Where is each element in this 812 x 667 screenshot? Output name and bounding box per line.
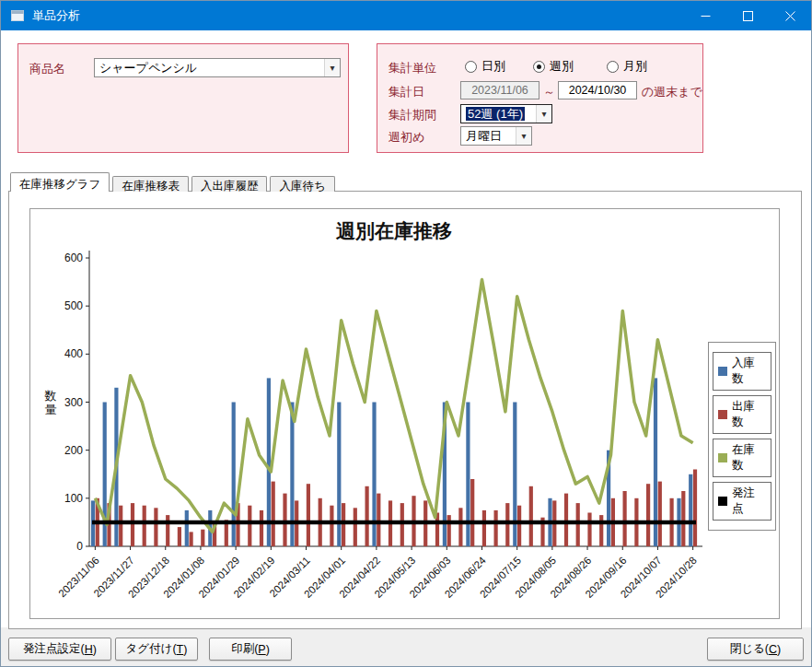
radio-weekly-label: 週別: [550, 58, 574, 75]
chevron-down-icon[interactable]: ▾: [516, 127, 531, 145]
period-combobox[interactable]: 52週 (1年) ▾: [460, 104, 552, 123]
weekstart-combobox[interactable]: 月曜日 ▾: [460, 126, 532, 146]
product-name-label: 商品名: [29, 61, 65, 77]
chart-area: 週別在庫推移数量01002003004005006002023/11/06202…: [29, 208, 780, 619]
radio-weekly[interactable]: 週別: [533, 58, 574, 75]
period-label: 集計期間: [389, 107, 436, 123]
period-value: 52週 (1年): [466, 107, 525, 121]
date-range-separator: ～: [543, 84, 555, 100]
weekstart-value: 月曜日: [461, 128, 516, 145]
close-button[interactable]: [769, 1, 811, 30]
legend-item: 入庫数: [713, 352, 771, 391]
radio-circle-icon: [607, 61, 619, 73]
footer: 発注点設定(H) タグ付け(T) 印刷(P) 閉じる(C): [1, 627, 811, 666]
legend-swatch-icon: [718, 410, 727, 419]
date-label: 集計日: [389, 84, 424, 100]
window: 単品分析 商品名 シャープペンシル ▾ 集計単位 日別: [0, 0, 812, 667]
settings-panel: 集計単位 日別 週別 月別 集計日 ～ の週末まで 集計期間 52週 (1年) …: [377, 43, 703, 153]
unit-label: 集計単位: [389, 60, 436, 76]
legend-label: 発注点: [732, 486, 766, 517]
legend-item: 発注点: [713, 482, 771, 521]
tab-incoming-wait[interactable]: 入庫待ち: [270, 176, 334, 192]
svg-text:500: 500: [64, 299, 83, 312]
radio-circle-icon: [533, 61, 545, 73]
svg-text:0: 0: [76, 540, 83, 553]
legend-swatch-icon: [718, 497, 727, 506]
app-icon: [10, 8, 25, 23]
date-suffix-label: の週末まで: [642, 84, 702, 100]
chevron-down-icon[interactable]: ▾: [536, 105, 551, 123]
product-name-value: シャープペンシル: [95, 60, 324, 76]
radio-monthly[interactable]: 月別: [607, 58, 647, 75]
radio-daily-label: 日別: [481, 58, 505, 75]
svg-text:200: 200: [64, 444, 83, 457]
svg-text:400: 400: [64, 347, 83, 360]
chart-legend: 入庫数出庫数在庫数発注点: [708, 342, 776, 531]
window-title: 単品分析: [32, 7, 684, 24]
print-button[interactable]: 印刷(P): [209, 638, 292, 661]
maximize-button[interactable]: [726, 1, 769, 30]
svg-text:100: 100: [64, 492, 83, 505]
date-to-input[interactable]: [558, 81, 637, 99]
close-icon: [785, 11, 795, 21]
window-controls: [684, 1, 811, 30]
product-panel: 商品名 シャープペンシル ▾: [17, 43, 349, 153]
reorder-point-setting-button[interactable]: 発注点設定(H): [8, 638, 111, 661]
tab-stock-table[interactable]: 在庫推移表: [112, 176, 189, 192]
tab-io-history[interactable]: 入出庫履歴: [191, 176, 268, 192]
legend-label: 出庫数: [732, 399, 766, 430]
radio-circle-icon: [465, 61, 477, 73]
legend-item: 出庫数: [713, 395, 771, 434]
legend-label: 入庫数: [732, 356, 766, 387]
svg-text:600: 600: [64, 252, 83, 264]
svg-text:数: 数: [44, 389, 57, 403]
svg-text:週別在庫推移: 週別在庫推移: [335, 220, 452, 241]
chevron-down-icon[interactable]: ▾: [324, 59, 340, 76]
legend-swatch-icon: [718, 367, 727, 376]
minimize-button[interactable]: [684, 1, 726, 30]
close-dialog-button[interactable]: 閉じる(C): [707, 638, 804, 661]
weekstart-label: 週初め: [389, 129, 424, 146]
tagging-button[interactable]: タグ付け(T): [115, 638, 198, 661]
radio-daily[interactable]: 日別: [465, 58, 505, 75]
minimize-icon: [701, 11, 711, 21]
maximize-icon: [743, 11, 753, 21]
legend-swatch-icon: [718, 453, 727, 462]
date-from-input[interactable]: [460, 81, 539, 99]
radio-monthly-label: 月別: [623, 58, 647, 75]
tab-stock-graph[interactable]: 在庫推移グラフ: [10, 172, 110, 192]
svg-text:量: 量: [45, 403, 57, 416]
legend-item: 在庫数: [713, 439, 771, 477]
tab-content: 週別在庫推移数量01002003004005006002023/11/06202…: [8, 191, 802, 629]
product-name-combobox[interactable]: シャープペンシル ▾: [94, 58, 341, 77]
inventory-chart: 週別在庫推移数量01002003004005006002023/11/06202…: [30, 209, 712, 618]
titlebar: 単品分析: [1, 1, 811, 30]
legend-label: 在庫数: [732, 442, 766, 474]
tab-bar: 在庫推移グラフ 在庫推移表 入出庫履歴 入庫待ち: [10, 172, 338, 192]
svg-text:300: 300: [64, 396, 83, 409]
